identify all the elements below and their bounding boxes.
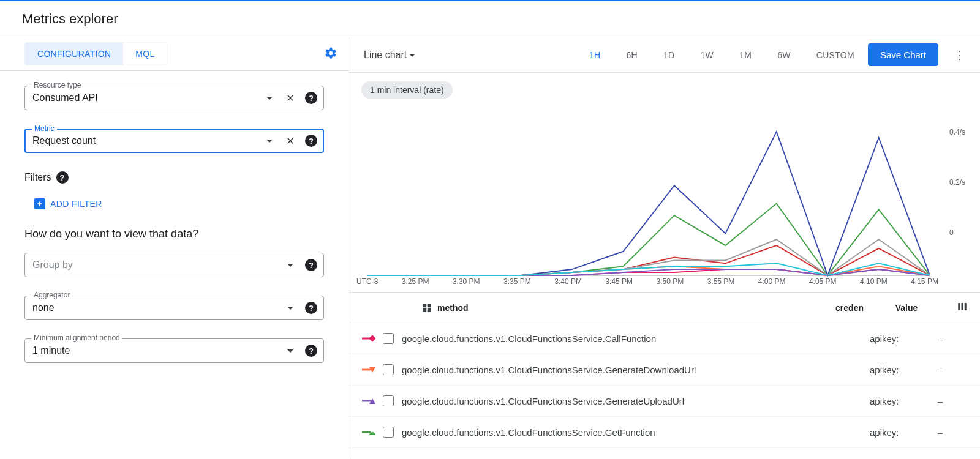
config-tabs: CONFIGURATION MQL: [24, 42, 168, 65]
chevron-down-icon[interactable]: [284, 302, 296, 314]
gear-icon[interactable]: [318, 43, 344, 65]
range-1h[interactable]: 1H: [582, 45, 608, 65]
chart-type-label: Line chart: [364, 50, 407, 61]
column-header-value[interactable]: Value: [864, 303, 949, 313]
series-marker-icon: [361, 365, 380, 375]
alignment-label: Minimum alignment period: [31, 334, 123, 342]
save-chart-button[interactable]: Save Chart: [868, 43, 938, 66]
group-by-select[interactable]: Group by ?: [24, 253, 324, 277]
clear-icon[interactable]: [284, 92, 296, 104]
series-checkbox[interactable]: [383, 427, 394, 438]
help-icon[interactable]: ?: [56, 171, 69, 184]
alignment-period-select[interactable]: Minimum alignment period 1 minute ?: [24, 338, 324, 363]
series-method: google.cloud.functions.v1.CloudFunctions…: [397, 396, 870, 406]
clear-icon[interactable]: [284, 135, 296, 147]
tab-mql[interactable]: MQL: [123, 43, 167, 65]
help-icon[interactable]: ?: [305, 135, 317, 147]
column-settings-icon[interactable]: [949, 301, 968, 314]
view-data-heading: How do you want to view that data?: [24, 228, 324, 241]
legend-row[interactable]: google.cloud.functions.v1.CloudFunctions…: [349, 417, 980, 448]
series-checkbox[interactable]: [383, 364, 394, 375]
resource-type-value: Consumed API: [32, 90, 263, 106]
config-panel: CONFIGURATION MQL Resource type Consumed…: [0, 37, 349, 458]
resource-type-label: Resource type: [31, 81, 83, 89]
group-by-placeholder: Group by: [32, 257, 284, 273]
range-1d[interactable]: 1D: [656, 45, 682, 65]
series-value: –: [913, 365, 968, 375]
metric-value: Request count: [32, 133, 263, 149]
column-header-credential[interactable]: creden: [835, 303, 864, 313]
alignment-value: 1 minute: [32, 343, 284, 359]
more-options-icon[interactable]: ⋮: [944, 48, 975, 62]
svg-rect-1: [958, 303, 960, 310]
series-credential: apikey:: [870, 396, 913, 406]
resource-type-select[interactable]: Resource type Consumed API ?: [24, 86, 324, 110]
range-6w[interactable]: 6W: [770, 45, 798, 65]
series-marker-icon: [361, 427, 380, 437]
chevron-down-icon: [409, 54, 415, 60]
svg-rect-5: [369, 335, 375, 341]
series-checkbox[interactable]: [383, 395, 394, 406]
series-value: –: [913, 427, 968, 438]
metric-label: Metric: [32, 124, 57, 133]
chevron-down-icon[interactable]: [284, 259, 296, 271]
series-checkbox[interactable]: [383, 333, 394, 344]
series-credential: apikey:: [870, 427, 913, 438]
series-credential: apikey:: [870, 334, 913, 344]
filters-label: Filters: [24, 172, 51, 183]
grid-icon: [421, 302, 432, 313]
chart-panel: Line chart 1H6H1D1W1M6WCUSTOM Save Chart…: [349, 37, 980, 458]
series-marker-icon: [361, 334, 380, 343]
chevron-down-icon[interactable]: [284, 345, 296, 357]
range-1w[interactable]: 1W: [693, 45, 721, 65]
chart-type-select[interactable]: Line chart: [364, 50, 415, 61]
page-title: Metrics explorer: [0, 1, 980, 37]
range-1m[interactable]: 1M: [732, 45, 759, 65]
add-filter-label: ADD FILTER: [50, 199, 102, 209]
line-chart[interactable]: 0.4/s 0.2/s 0: [361, 99, 968, 282]
series-method: google.cloud.functions.v1.CloudFunctions…: [397, 427, 870, 438]
series-method: google.cloud.functions.v1.CloudFunctions…: [397, 334, 870, 344]
y-axis-labels: 0.4/s 0.2/s 0: [949, 128, 965, 278]
aggregator-select[interactable]: Aggregator none ?: [24, 296, 324, 320]
help-icon[interactable]: ?: [305, 345, 317, 357]
time-range-tabs: 1H6H1D1W1M6WCUSTOM: [582, 45, 862, 65]
series-value: –: [913, 334, 968, 344]
plus-icon: +: [34, 198, 45, 209]
aggregator-label: Aggregator: [31, 291, 72, 299]
legend-row[interactable]: google.cloud.functions.v1.CloudFunctions…: [349, 354, 980, 386]
help-icon[interactable]: ?: [305, 259, 317, 271]
range-custom[interactable]: CUSTOM: [809, 45, 862, 65]
help-icon[interactable]: ?: [305, 302, 317, 314]
legend-table: method creden Value google.cloud.functio…: [349, 292, 980, 448]
column-header-method[interactable]: method: [421, 302, 469, 313]
metric-select[interactable]: Metric Request count ?: [24, 129, 324, 153]
series-value: –: [913, 396, 968, 406]
legend-row[interactable]: google.cloud.functions.v1.CloudFunctions…: [349, 386, 980, 417]
add-filter-button[interactable]: + ADD FILTER: [34, 198, 102, 209]
svg-rect-3: [965, 303, 967, 310]
chevron-down-icon[interactable]: [263, 92, 276, 104]
legend-row[interactable]: google.cloud.functions.v1.CloudFunctions…: [349, 323, 980, 354]
range-6h[interactable]: 6H: [619, 45, 645, 65]
series-marker-icon: [361, 396, 380, 406]
chevron-down-icon[interactable]: [263, 135, 276, 147]
aggregator-value: none: [32, 300, 284, 316]
series-method: google.cloud.functions.v1.CloudFunctions…: [397, 365, 870, 375]
series-credential: apikey:: [870, 365, 913, 375]
help-icon[interactable]: ?: [305, 92, 317, 104]
svg-rect-2: [962, 303, 963, 310]
interval-chip: 1 min interval (rate): [361, 81, 453, 99]
tab-configuration[interactable]: CONFIGURATION: [25, 43, 123, 65]
